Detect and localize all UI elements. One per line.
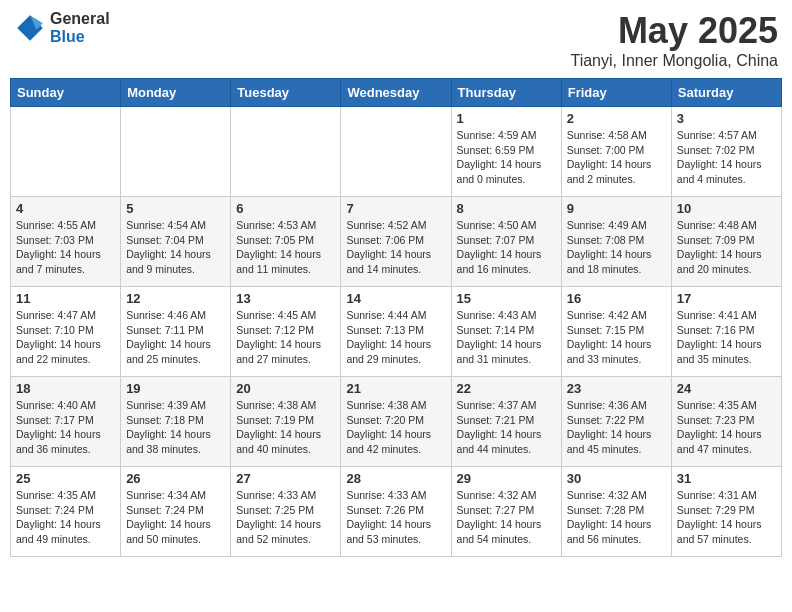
weekday-header-thursday: Thursday — [451, 79, 561, 107]
day-number: 17 — [677, 291, 776, 306]
day-info: Sunrise: 4:37 AMSunset: 7:21 PMDaylight:… — [457, 398, 556, 457]
day-info: Sunrise: 4:55 AMSunset: 7:03 PMDaylight:… — [16, 218, 115, 277]
day-number: 31 — [677, 471, 776, 486]
calendar-day-cell — [121, 107, 231, 197]
day-number: 26 — [126, 471, 225, 486]
day-info: Sunrise: 4:39 AMSunset: 7:18 PMDaylight:… — [126, 398, 225, 457]
day-number: 6 — [236, 201, 335, 216]
day-info: Sunrise: 4:47 AMSunset: 7:10 PMDaylight:… — [16, 308, 115, 367]
day-number: 19 — [126, 381, 225, 396]
day-info: Sunrise: 4:36 AMSunset: 7:22 PMDaylight:… — [567, 398, 666, 457]
weekday-header-saturday: Saturday — [671, 79, 781, 107]
location-subtitle: Tianyi, Inner Mongolia, China — [570, 52, 778, 70]
logo: General Blue — [14, 10, 110, 45]
calendar-day-cell: 27Sunrise: 4:33 AMSunset: 7:25 PMDayligh… — [231, 467, 341, 557]
calendar-day-cell: 26Sunrise: 4:34 AMSunset: 7:24 PMDayligh… — [121, 467, 231, 557]
day-info: Sunrise: 4:38 AMSunset: 7:19 PMDaylight:… — [236, 398, 335, 457]
day-number: 14 — [346, 291, 445, 306]
calendar-week-4: 18Sunrise: 4:40 AMSunset: 7:17 PMDayligh… — [11, 377, 782, 467]
weekday-header-friday: Friday — [561, 79, 671, 107]
day-number: 15 — [457, 291, 556, 306]
calendar-day-cell: 13Sunrise: 4:45 AMSunset: 7:12 PMDayligh… — [231, 287, 341, 377]
title-area: May 2025 Tianyi, Inner Mongolia, China — [570, 10, 778, 70]
day-number: 5 — [126, 201, 225, 216]
calendar-day-cell: 24Sunrise: 4:35 AMSunset: 7:23 PMDayligh… — [671, 377, 781, 467]
day-info: Sunrise: 4:57 AMSunset: 7:02 PMDaylight:… — [677, 128, 776, 187]
day-info: Sunrise: 4:49 AMSunset: 7:08 PMDaylight:… — [567, 218, 666, 277]
day-info: Sunrise: 4:54 AMSunset: 7:04 PMDaylight:… — [126, 218, 225, 277]
day-number: 30 — [567, 471, 666, 486]
calendar-week-2: 4Sunrise: 4:55 AMSunset: 7:03 PMDaylight… — [11, 197, 782, 287]
weekday-header-sunday: Sunday — [11, 79, 121, 107]
calendar-day-cell: 30Sunrise: 4:32 AMSunset: 7:28 PMDayligh… — [561, 467, 671, 557]
calendar-day-cell: 2Sunrise: 4:58 AMSunset: 7:00 PMDaylight… — [561, 107, 671, 197]
day-info: Sunrise: 4:31 AMSunset: 7:29 PMDaylight:… — [677, 488, 776, 547]
calendar-day-cell: 4Sunrise: 4:55 AMSunset: 7:03 PMDaylight… — [11, 197, 121, 287]
calendar-day-cell: 8Sunrise: 4:50 AMSunset: 7:07 PMDaylight… — [451, 197, 561, 287]
logo-blue-text: Blue — [50, 28, 110, 46]
day-info: Sunrise: 4:58 AMSunset: 7:00 PMDaylight:… — [567, 128, 666, 187]
day-info: Sunrise: 4:32 AMSunset: 7:27 PMDaylight:… — [457, 488, 556, 547]
day-number: 22 — [457, 381, 556, 396]
calendar-table: SundayMondayTuesdayWednesdayThursdayFrid… — [10, 78, 782, 557]
calendar-day-cell: 31Sunrise: 4:31 AMSunset: 7:29 PMDayligh… — [671, 467, 781, 557]
weekday-header-row: SundayMondayTuesdayWednesdayThursdayFrid… — [11, 79, 782, 107]
calendar-day-cell: 18Sunrise: 4:40 AMSunset: 7:17 PMDayligh… — [11, 377, 121, 467]
calendar-day-cell: 23Sunrise: 4:36 AMSunset: 7:22 PMDayligh… — [561, 377, 671, 467]
day-info: Sunrise: 4:33 AMSunset: 7:26 PMDaylight:… — [346, 488, 445, 547]
day-number: 28 — [346, 471, 445, 486]
calendar-day-cell: 29Sunrise: 4:32 AMSunset: 7:27 PMDayligh… — [451, 467, 561, 557]
calendar-week-1: 1Sunrise: 4:59 AMSunset: 6:59 PMDaylight… — [11, 107, 782, 197]
calendar-day-cell: 12Sunrise: 4:46 AMSunset: 7:11 PMDayligh… — [121, 287, 231, 377]
day-info: Sunrise: 4:50 AMSunset: 7:07 PMDaylight:… — [457, 218, 556, 277]
day-number: 23 — [567, 381, 666, 396]
day-number: 27 — [236, 471, 335, 486]
weekday-header-tuesday: Tuesday — [231, 79, 341, 107]
day-number: 8 — [457, 201, 556, 216]
weekday-header-wednesday: Wednesday — [341, 79, 451, 107]
calendar-day-cell: 19Sunrise: 4:39 AMSunset: 7:18 PMDayligh… — [121, 377, 231, 467]
day-info: Sunrise: 4:59 AMSunset: 6:59 PMDaylight:… — [457, 128, 556, 187]
day-number: 16 — [567, 291, 666, 306]
day-number: 25 — [16, 471, 115, 486]
day-number: 18 — [16, 381, 115, 396]
logo-text: General Blue — [50, 10, 110, 45]
calendar-day-cell: 5Sunrise: 4:54 AMSunset: 7:04 PMDaylight… — [121, 197, 231, 287]
calendar-week-5: 25Sunrise: 4:35 AMSunset: 7:24 PMDayligh… — [11, 467, 782, 557]
day-number: 12 — [126, 291, 225, 306]
calendar-day-cell: 11Sunrise: 4:47 AMSunset: 7:10 PMDayligh… — [11, 287, 121, 377]
calendar-day-cell: 9Sunrise: 4:49 AMSunset: 7:08 PMDaylight… — [561, 197, 671, 287]
day-number: 13 — [236, 291, 335, 306]
day-number: 10 — [677, 201, 776, 216]
day-info: Sunrise: 4:53 AMSunset: 7:05 PMDaylight:… — [236, 218, 335, 277]
day-number: 11 — [16, 291, 115, 306]
svg-marker-0 — [17, 15, 43, 41]
calendar-day-cell: 16Sunrise: 4:42 AMSunset: 7:15 PMDayligh… — [561, 287, 671, 377]
page-header: General Blue May 2025 Tianyi, Inner Mong… — [10, 10, 782, 70]
calendar-day-cell — [341, 107, 451, 197]
calendar-day-cell: 15Sunrise: 4:43 AMSunset: 7:14 PMDayligh… — [451, 287, 561, 377]
calendar-day-cell: 14Sunrise: 4:44 AMSunset: 7:13 PMDayligh… — [341, 287, 451, 377]
day-info: Sunrise: 4:40 AMSunset: 7:17 PMDaylight:… — [16, 398, 115, 457]
calendar-day-cell: 10Sunrise: 4:48 AMSunset: 7:09 PMDayligh… — [671, 197, 781, 287]
day-info: Sunrise: 4:46 AMSunset: 7:11 PMDaylight:… — [126, 308, 225, 367]
day-number: 20 — [236, 381, 335, 396]
logo-icon — [14, 12, 46, 44]
calendar-day-cell: 6Sunrise: 4:53 AMSunset: 7:05 PMDaylight… — [231, 197, 341, 287]
day-info: Sunrise: 4:33 AMSunset: 7:25 PMDaylight:… — [236, 488, 335, 547]
calendar-day-cell: 22Sunrise: 4:37 AMSunset: 7:21 PMDayligh… — [451, 377, 561, 467]
day-number: 29 — [457, 471, 556, 486]
day-info: Sunrise: 4:43 AMSunset: 7:14 PMDaylight:… — [457, 308, 556, 367]
day-info: Sunrise: 4:48 AMSunset: 7:09 PMDaylight:… — [677, 218, 776, 277]
month-year-title: May 2025 — [570, 10, 778, 52]
day-info: Sunrise: 4:45 AMSunset: 7:12 PMDaylight:… — [236, 308, 335, 367]
day-info: Sunrise: 4:32 AMSunset: 7:28 PMDaylight:… — [567, 488, 666, 547]
day-number: 1 — [457, 111, 556, 126]
day-number: 2 — [567, 111, 666, 126]
calendar-day-cell: 17Sunrise: 4:41 AMSunset: 7:16 PMDayligh… — [671, 287, 781, 377]
day-info: Sunrise: 4:34 AMSunset: 7:24 PMDaylight:… — [126, 488, 225, 547]
day-info: Sunrise: 4:42 AMSunset: 7:15 PMDaylight:… — [567, 308, 666, 367]
day-info: Sunrise: 4:35 AMSunset: 7:24 PMDaylight:… — [16, 488, 115, 547]
calendar-day-cell — [231, 107, 341, 197]
day-number: 9 — [567, 201, 666, 216]
